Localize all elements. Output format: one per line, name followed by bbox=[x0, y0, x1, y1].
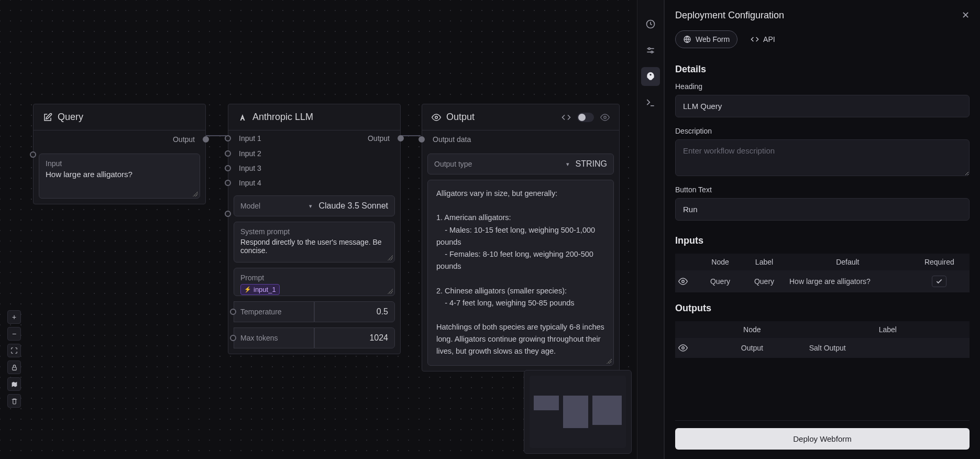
lightning-icon: ⚡ bbox=[244, 286, 251, 293]
port-output[interactable] bbox=[203, 136, 209, 143]
port-input-1-label: Input 1 bbox=[239, 134, 261, 143]
col-required: Required bbox=[909, 254, 970, 270]
side-rail bbox=[637, 0, 664, 459]
input-value[interactable]: How large are alligators? bbox=[46, 170, 193, 179]
panel-title: Deployment Configuration bbox=[675, 10, 784, 21]
node-query[interactable]: Query Output Input How large are alligat… bbox=[33, 104, 206, 204]
inputs-section-title: Inputs bbox=[675, 235, 970, 246]
output-type-label: Output type bbox=[434, 160, 472, 168]
minimap-toggle-button[interactable] bbox=[7, 377, 21, 391]
deploy-tab[interactable] bbox=[641, 67, 660, 86]
svg-point-0 bbox=[435, 116, 438, 118]
settings-tab[interactable] bbox=[641, 41, 660, 60]
svg-marker-3 bbox=[12, 381, 17, 387]
edit-icon bbox=[43, 113, 52, 122]
port-model[interactable] bbox=[225, 211, 231, 217]
deploy-webform-button[interactable]: Deploy Webform bbox=[675, 428, 970, 450]
col-label: Label bbox=[742, 254, 786, 270]
svg-point-13 bbox=[682, 347, 685, 349]
temperature-label: Temperature bbox=[240, 308, 282, 316]
resize-handle[interactable] bbox=[388, 255, 393, 260]
resize-handle[interactable] bbox=[607, 358, 612, 364]
port-input-2-label: Input 2 bbox=[239, 149, 261, 158]
col-label: Label bbox=[806, 321, 970, 338]
prompt-variable-chip[interactable]: ⚡input_1 bbox=[240, 284, 280, 295]
port-input-4-label: Input 4 bbox=[239, 179, 261, 187]
svg-point-7 bbox=[648, 48, 650, 49]
port-output[interactable] bbox=[398, 135, 404, 141]
port-output-label: Output bbox=[173, 135, 195, 144]
heading-label: Heading bbox=[675, 82, 970, 91]
visibility-icon[interactable] bbox=[600, 113, 610, 122]
port-output-data[interactable] bbox=[419, 136, 425, 143]
max-tokens-value: 1024 bbox=[369, 333, 388, 343]
required-checkbox[interactable] bbox=[932, 276, 946, 287]
details-section-title: Details bbox=[675, 64, 970, 75]
delete-button[interactable] bbox=[7, 394, 21, 408]
resize-handle[interactable] bbox=[193, 191, 198, 196]
table-row[interactable]: Output Salt Output bbox=[675, 338, 970, 358]
fit-view-button[interactable] bbox=[7, 344, 21, 357]
description-label: Description bbox=[675, 127, 970, 135]
port-temperature[interactable] bbox=[230, 309, 236, 315]
node-title: Anthropic LLM bbox=[252, 112, 313, 123]
button-text-label: Button Text bbox=[675, 185, 970, 194]
table-row[interactable]: Query Query How large are alligators? bbox=[675, 270, 970, 292]
model-select[interactable]: Model ▾Claude 3.5 Sonnet bbox=[234, 195, 395, 216]
output-row-node: Output bbox=[698, 338, 806, 358]
close-button[interactable]: ✕ bbox=[962, 9, 970, 21]
port-input-1[interactable] bbox=[225, 135, 231, 141]
svg-point-8 bbox=[651, 51, 653, 53]
inputs-table: Node Label Default Required Query Query … bbox=[675, 254, 970, 292]
port-input[interactable] bbox=[30, 151, 36, 158]
heading-input[interactable] bbox=[675, 95, 970, 117]
port-input-3[interactable] bbox=[225, 165, 231, 171]
port-input-2[interactable] bbox=[225, 150, 231, 157]
resize-handle[interactable] bbox=[388, 289, 393, 294]
col-default: Default bbox=[786, 254, 909, 270]
outputs-section-title: Outputs bbox=[675, 303, 970, 314]
globe-icon bbox=[683, 35, 691, 43]
port-output-data-label: Output data bbox=[433, 135, 471, 144]
node-title: Output bbox=[446, 112, 475, 123]
svg-point-1 bbox=[604, 116, 607, 118]
visibility-icon[interactable] bbox=[678, 343, 695, 353]
temperature-value-cell[interactable]: 0.5 bbox=[314, 301, 395, 322]
terminal-tab[interactable] bbox=[641, 93, 660, 112]
input-row-label[interactable]: Query bbox=[742, 270, 786, 292]
prompt-field[interactable]: Prompt ⚡input_1 bbox=[234, 268, 395, 296]
zoom-in-button[interactable]: + bbox=[7, 310, 21, 324]
node-output[interactable]: Output Output data Output type ▾STRING A… bbox=[422, 104, 620, 371]
chevron-down-icon: ▾ bbox=[309, 203, 312, 210]
code-icon bbox=[751, 35, 759, 43]
input-row-node: Query bbox=[698, 270, 742, 292]
node-title: Query bbox=[58, 112, 83, 123]
zoom-out-button[interactable]: − bbox=[7, 327, 21, 341]
col-node: Node bbox=[698, 321, 806, 338]
output-text: Alligators vary in size, but generally: … bbox=[428, 180, 613, 365]
port-max-tokens[interactable] bbox=[230, 335, 236, 341]
port-input-4[interactable] bbox=[225, 180, 231, 186]
outputs-table: Node Label Output Salt Output bbox=[675, 321, 970, 358]
history-tab[interactable] bbox=[641, 15, 660, 34]
code-icon[interactable] bbox=[561, 113, 571, 122]
tab-api[interactable]: API bbox=[743, 30, 783, 48]
minimap[interactable] bbox=[524, 370, 632, 454]
input-row-default[interactable]: How large are alligators? bbox=[786, 270, 909, 292]
output-toggle[interactable] bbox=[577, 113, 594, 122]
output-type-select[interactable]: Output type ▾STRING bbox=[427, 154, 614, 174]
visibility-icon[interactable] bbox=[678, 277, 695, 286]
button-text-input[interactable] bbox=[675, 198, 970, 221]
max-tokens-value-cell[interactable]: 1024 bbox=[314, 327, 395, 348]
system-prompt-field[interactable]: System prompt Respond directly to the us… bbox=[234, 222, 395, 263]
svg-point-12 bbox=[682, 280, 685, 283]
model-value: Claude 3.5 Sonnet bbox=[318, 201, 388, 211]
port-output-label: Output bbox=[368, 134, 390, 143]
description-input[interactable] bbox=[675, 139, 970, 176]
tab-web-form[interactable]: Web Form bbox=[675, 30, 737, 48]
lock-button[interactable] bbox=[7, 360, 21, 374]
node-anthropic-llm[interactable]: Anthropic LLM Input 1 Output Input 2 Inp… bbox=[228, 104, 401, 354]
canvas[interactable]: Query Output Input How large are alligat… bbox=[0, 0, 637, 459]
output-type-value: STRING bbox=[576, 159, 607, 169]
output-row-label[interactable]: Salt Output bbox=[806, 338, 970, 358]
